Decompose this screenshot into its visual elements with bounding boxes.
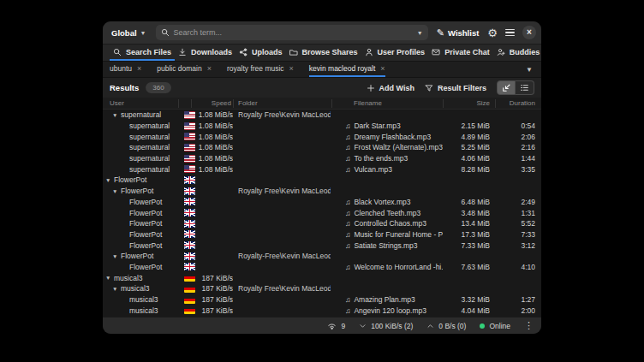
search-scope-label: Global [111,28,137,38]
collapse-all-toggle-button[interactable] [497,80,516,95]
file-duration: 1:31 [493,207,535,218]
file-name: Welcome to HorrorLand -hi.mp3 [354,263,443,271]
music-note-icon: ♫ [345,241,350,250]
network-signal-icon [327,322,337,330]
table-row[interactable]: ▼ FlowerPot ♫ Black Vortex.mp3 6.48 MiB … [103,197,541,208]
table-row[interactable]: ▼ musical3 187 KiB/s ♫ Amazing Plan.mp3 … [103,294,541,306]
folder-path [238,197,331,208]
table-row[interactable]: ▼ supernatural 1.08 MiB/s ♫ Frost Waltz … [103,142,541,153]
search-input[interactable]: Search term... ▼ [156,25,428,40]
tab-downloads[interactable]: Downloads [175,45,236,61]
file-size: 2.15 MiB [444,121,490,132]
table-row[interactable]: ▼ musical3 187 KiB/s ♫ [103,272,541,283]
folder-path [238,262,331,273]
expander-icon[interactable]: ▼ [105,275,112,281]
user-name: musical3 [129,295,158,304]
hamburger-menu-icon[interactable] [504,27,516,39]
table-row[interactable]: ▼ supernatural 1.08 MiB/s ♫ Dreamy Flash… [103,131,541,142]
search-placeholder: Search term... [174,28,413,37]
file-duration: 1:44 [493,153,535,164]
table-row[interactable]: ▼ supernatural 1.08 MiB/s ♫ Dark Star.mp… [103,121,541,132]
search-icon [113,48,122,56]
user-name: supernatural [129,143,170,151]
column-header-size[interactable]: Size [444,99,490,107]
search-scope-dropdown[interactable]: Global ▼ [108,27,150,39]
file-size: 17.3 MiB [444,229,490,240]
preferences-gear-icon[interactable]: ⚙ [487,27,498,39]
table-row[interactable]: ▼ supernatural 1.08 MiB/s Royalty Free\K… [103,110,541,121]
table-row[interactable]: ▼ FlowerPot ♫ Satiate Strings.mp3 7.33 M… [103,240,541,251]
search-tab-public-domain[interactable]: public domain × [157,62,212,77]
file-duration: 3:35 [493,163,535,175]
table-row[interactable]: ▼ supernatural 1.08 MiB/s ♫ Vulcan.mp3 8… [103,163,541,175]
tab-buddies[interactable]: Buddies [493,45,541,61]
search-tab-ubuntu[interactable]: ubuntu × [110,62,141,77]
close-icon[interactable]: × [289,64,294,73]
music-note-icon: ♫ [345,122,350,130]
grouping-mode-button[interactable] [516,80,534,95]
table-row[interactable]: ▼ FlowerPot ♫ [103,175,541,186]
tab-private-chat[interactable]: Private Chat [428,45,493,61]
user-name: FlowerPot [114,175,146,184]
user-name: supernatural [129,154,170,163]
file-name: Dreamy Flashback.mp3 [354,133,431,141]
file-size [444,175,490,186]
column-header-duration[interactable]: Duration [493,99,535,107]
close-icon[interactable]: × [207,64,212,73]
close-icon[interactable]: × [137,64,141,73]
table-row[interactable]: ▼ FlowerPot Royalty Free\Kevin MacLeod\M… [103,186,541,197]
table-row[interactable]: ▼ FlowerPot ♫ Controlled Chaos.mp3 13.4 … [103,218,541,229]
speed-value [194,229,233,240]
user-name: musical3 [121,284,150,293]
column-header-folder[interactable]: Folder [238,99,258,107]
file-size: 13.4 MiB [444,218,490,229]
download-rate-indicator[interactable]: 100 KiB/s (2) [359,322,413,330]
column-header-speed[interactable]: Speed [194,99,231,107]
user-name: FlowerPot [129,241,162,250]
folder-path [238,131,331,142]
user-name: supernatural [129,133,170,141]
folder-path: Royalty Free\Kevin MacLeod\K\me [238,283,331,294]
table-row[interactable]: ▼ FlowerPot ♫ Welcome to HorrorLand -hi.… [103,262,541,273]
file-name: Controlled Chaos.mp3 [354,219,426,228]
kebab-menu-icon[interactable]: ⋮ [524,320,534,331]
buddy-add-icon [497,48,505,56]
expander-icon[interactable]: ▼ [112,188,119,194]
chevron-down-icon [359,323,367,329]
window-close-button[interactable]: × [522,26,536,39]
search-history-chevron-icon[interactable]: ▼ [417,30,423,36]
table-row[interactable]: ▼ musical3 187 KiB/s Royalty Free\Kevin … [103,283,541,294]
expander-icon[interactable]: ▼ [112,112,119,118]
user-name: FlowerPot [129,263,162,271]
result-filters-button[interactable]: Result Filters [425,84,486,92]
tab-browse-shares[interactable]: Browse Shares [286,45,361,61]
file-size [444,186,490,197]
wishlist-button[interactable]: ✎ Wishlist [434,26,482,40]
search-tab-kevin-macleod[interactable]: kevin macleod royalt × [309,62,385,77]
file-size: 5.25 MiB [444,142,490,153]
expander-icon[interactable]: ▼ [112,253,119,259]
speed-value: 1.08 MiB/s [194,110,233,121]
table-row[interactable]: ▼ musical3 187 KiB/s ♫ Angevin 120 loop.… [103,305,541,316]
table-row[interactable]: ▼ supernatural 1.08 MiB/s ♫ To the ends.… [103,153,541,164]
expander-icon[interactable]: ▼ [105,177,112,183]
add-wish-button[interactable]: Add Wish [367,84,414,92]
tab-overflow-chevron-icon[interactable]: ▼ [526,66,533,74]
table-row[interactable]: ▼ FlowerPot Royalty-Free\Kevin MacLeod\M… [103,251,541,262]
file-duration [493,272,535,283]
connections-indicator: 9 [327,322,345,330]
close-icon[interactable]: × [380,64,385,73]
speed-value: 1.08 MiB/s [194,142,233,153]
upload-rate-indicator[interactable]: 0 B/s (0) [426,322,466,330]
table-row[interactable]: ▼ FlowerPot ♫ Clenched Teeth.mp3 3.48 Mi… [103,207,541,218]
column-header-user[interactable]: User [110,99,124,107]
tab-search-files[interactable]: Search Files [110,45,175,61]
connection-status[interactable]: Online [480,322,510,330]
folder-path [238,294,331,306]
tab-user-profiles[interactable]: User Profiles [361,45,429,61]
expander-icon[interactable]: ▼ [112,286,119,292]
search-tab-royalty-free-music[interactable]: royalty free music × [227,62,294,77]
table-row[interactable]: ▼ FlowerPot ♫ Music for Funeral Home - P… [103,229,541,240]
tab-uploads[interactable]: Uploads [236,45,286,61]
column-header-filename[interactable]: Filename [354,99,382,107]
